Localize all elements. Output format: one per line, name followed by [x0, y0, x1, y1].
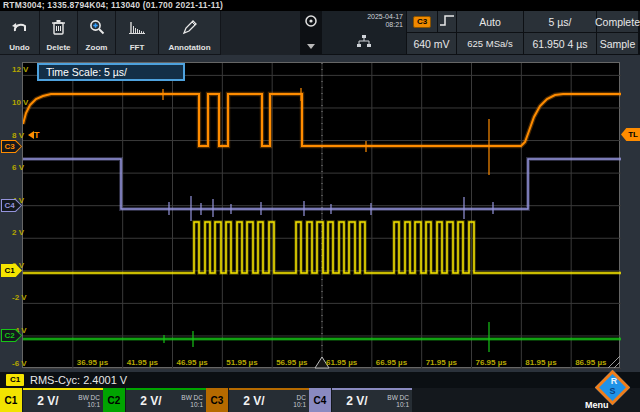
time-axis-label: 56.95 µs	[276, 358, 307, 367]
annotation-button[interactable]: Annotation	[159, 11, 221, 55]
time-axis-label: 66.95 µs	[376, 358, 407, 367]
channel-block-c2[interactable]: C2 2 V/ BW DC 10:1	[103, 388, 206, 412]
trigger-source-badge: C3	[413, 16, 431, 28]
rising-edge-icon	[439, 13, 455, 31]
channel-marker-c1[interactable]: C1	[1, 264, 22, 277]
voltage-axis-label: 10 V	[12, 98, 42, 107]
time-label: 08:21	[385, 21, 403, 29]
time-axis-label: 51.95 µs	[226, 358, 257, 367]
measurement-bar: C1 RMS-Cyc: 2.4001 V	[0, 372, 640, 388]
scope-display-area: Time Scale: 5 µs/ 12 V10 V8 V6 V4 V2 V0 …	[0, 55, 640, 372]
chevron-down-icon	[307, 35, 315, 53]
trigger-level-cell[interactable]: 640 mV	[407, 33, 456, 54]
trigger-level-flag[interactable]: TL	[621, 128, 640, 141]
circle-dot-icon	[304, 14, 318, 32]
waveform-c1-glow	[23, 222, 621, 273]
channel-marker-c4[interactable]: C4	[1, 199, 22, 212]
corner-grip-icon	[614, 362, 620, 368]
sample-rate-cell[interactable]: 625 MSa/s	[457, 33, 523, 54]
zoom-button[interactable]: Zoom	[78, 11, 116, 55]
fft-button[interactable]: FFT	[116, 11, 159, 55]
toolbar: Undo Delete Zoom FFT	[0, 11, 300, 55]
channel-settings-bar: C1 2 V/ BW DC 10:1 C2 2 V/ BW DC 10:1 C3	[0, 388, 640, 412]
time-axis-label: 81.95 µs	[525, 358, 556, 367]
probe-label: 10:1	[87, 401, 100, 408]
channel-scale: 2 V/	[332, 394, 382, 408]
time-axis-label: 71.95 µs	[426, 358, 457, 367]
date-label: 2025-04-17	[367, 13, 403, 21]
channel-scale: 2 V/	[126, 394, 176, 408]
voltage-axis-label: 2 V	[12, 228, 42, 237]
undo-icon	[11, 11, 28, 43]
trigger-panel: C3 Auto 5 µs/ Complete 2025-04-17 08:21 …	[322, 11, 640, 55]
panel-collapse-button[interactable]	[300, 11, 322, 55]
delete-button[interactable]: Delete	[40, 11, 78, 55]
measurement-channel-badge: C1	[6, 374, 24, 386]
trigger-mode-cell[interactable]: Auto	[457, 11, 523, 32]
undo-button[interactable]: Undo	[0, 11, 40, 55]
probe-label: 10:1	[190, 401, 203, 408]
pencil-icon	[182, 11, 198, 43]
coupling-label: BW DC	[387, 394, 409, 401]
time-axis-label: 46.95 µs	[177, 358, 208, 367]
acquisition-mode-cell[interactable]: Sample	[597, 33, 638, 54]
network-icon	[356, 33, 372, 51]
waveform-svg	[23, 63, 621, 369]
channel-marker-c3[interactable]: C3	[1, 140, 22, 153]
trigger-source-cell[interactable]: C3	[407, 11, 456, 32]
trash-icon	[51, 11, 66, 43]
topbar: Undo Delete Zoom FFT	[0, 11, 640, 55]
probe-label: 10:1	[396, 401, 409, 408]
menu-button[interactable]: Menu	[585, 400, 609, 410]
datetime-cell: 2025-04-17 08:21	[322, 11, 406, 54]
left-triangle-icon	[24, 131, 34, 139]
oscilloscope-app: RTM3004; 1335.8794K04; 113040 (01.700 20…	[0, 0, 640, 412]
coupling-label: DC	[297, 394, 306, 401]
trigger-marker[interactable]: T	[24, 130, 40, 140]
coupling-label: BW DC	[181, 394, 203, 401]
coupling-label: BW DC	[78, 394, 100, 401]
titlebar: RTM3004; 1335.8794K04; 113040 (01.700 20…	[0, 0, 640, 11]
timescale-tooltip: Time Scale: 5 µs/	[37, 63, 185, 81]
time-axis-label: 76.95 µs	[476, 358, 507, 367]
spectrum-icon	[128, 11, 146, 43]
voltage-axis-label: 6 V	[12, 163, 42, 172]
measurement-value: RMS-Cyc: 2.4001 V	[30, 372, 127, 388]
acquisition-state-cell[interactable]: Complete	[597, 11, 638, 32]
trigger-edge-cell[interactable]	[438, 11, 456, 32]
channel-block-c1[interactable]: C1 2 V/ BW DC 10:1	[0, 388, 103, 412]
probe-label: 10:1	[293, 401, 306, 408]
channel-block-c3[interactable]: C3 2 V/ DC 10:1	[206, 388, 309, 412]
channel-scale: 2 V/	[229, 394, 279, 408]
voltage-axis-label: -2 V	[12, 293, 42, 302]
timebase-cell[interactable]: 5 µs/	[524, 11, 596, 32]
voltage-axis-label: -6 V	[12, 359, 42, 368]
time-axis-label: 36.95 µs	[77, 358, 108, 367]
trigger-position-cell[interactable]: 61.950 4 µs	[524, 33, 596, 54]
time-axis-label: 41.95 µs	[127, 358, 158, 367]
corner-grip-icon	[608, 356, 620, 368]
waveform-plot[interactable]: Time Scale: 5 µs/ 12 V10 V8 V6 V4 V2 V0 …	[22, 62, 620, 368]
channel-scale: 2 V/	[23, 394, 73, 408]
channel-marker-c2[interactable]: C2	[1, 329, 22, 342]
time-axis-label: 61.95 µs	[326, 358, 357, 367]
magnifier-plus-icon	[89, 11, 105, 43]
channel-block-c4[interactable]: C4 2 V/ BW DC 10:1	[309, 388, 412, 412]
time-axis-label: 86.95 µs	[575, 358, 606, 367]
